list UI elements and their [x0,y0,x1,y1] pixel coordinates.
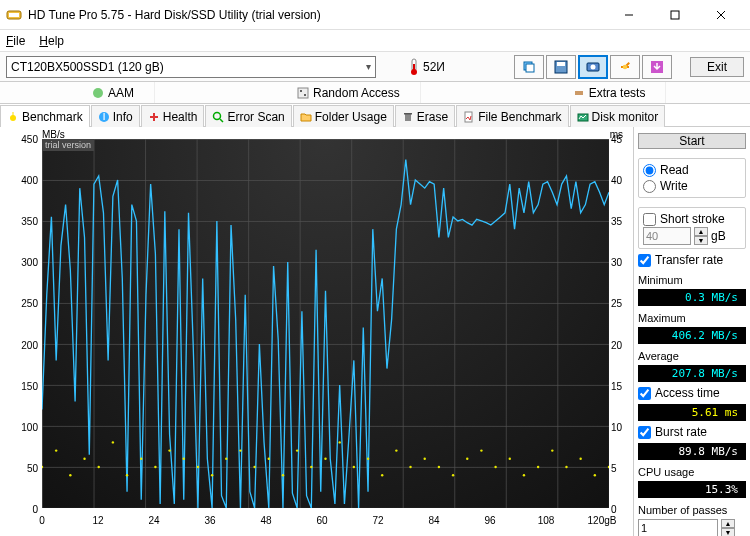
svg-point-53 [282,474,284,476]
svg-point-44 [154,466,156,468]
checkbox-transfer[interactable]: Transfer rate [638,252,746,268]
passes-up[interactable]: ▲ [721,519,735,528]
svg-rect-20 [298,88,308,98]
svg-point-36 [42,466,43,468]
max-label: Maximum [638,312,746,324]
window-title: HD Tune Pro 5.75 - Hard Disk/SSD Utility… [28,8,606,22]
save-button[interactable] [546,55,576,79]
tab-filebm[interactable]: File Benchmark [456,105,568,127]
svg-rect-10 [526,64,534,72]
close-button[interactable] [698,0,744,30]
avg-label: Average [638,350,746,362]
svg-point-37 [55,449,57,451]
chart-area: MB/s ms trial version 450400350300250200… [0,127,634,536]
passes-input[interactable] [638,519,718,536]
min-label: Minimum [638,274,746,286]
svg-point-72 [551,449,553,451]
svg-point-46 [183,458,185,460]
radio-write[interactable]: Write [643,178,741,194]
avg-value: 207.8 MB/s [638,365,746,382]
svg-point-30 [214,112,221,119]
mode-group: Read Write [638,158,746,198]
spin-up[interactable]: ▲ [694,227,708,236]
svg-rect-25 [13,112,14,116]
menu-file[interactable]: File [6,34,25,48]
svg-rect-29 [150,116,158,118]
copy-button[interactable] [514,55,544,79]
svg-point-67 [480,449,482,451]
svg-point-55 [310,466,312,468]
maximize-button[interactable] [652,0,698,30]
svg-point-66 [466,458,468,460]
svg-point-48 [211,474,213,476]
svg-point-39 [83,458,85,460]
svg-point-45 [168,449,170,451]
svg-point-74 [579,458,581,460]
tab-health[interactable]: Health [141,105,205,127]
svg-point-40 [97,466,99,468]
gb-label: gB [711,229,726,243]
svg-point-51 [253,466,255,468]
svg-point-38 [69,474,71,476]
svg-rect-1 [9,13,19,17]
svg-point-61 [395,449,397,451]
svg-point-68 [494,466,496,468]
tabs: Benchmark iInfo Health Error Scan Folder… [0,104,750,126]
menubar: File Help [0,30,750,52]
subtabs: AAM Random Access Extra tests [0,82,750,104]
access-value: 5.61 ms [638,404,746,421]
svg-point-17 [623,64,628,69]
settings-button[interactable] [610,55,640,79]
svg-point-65 [452,474,454,476]
svg-point-54 [296,449,298,451]
checkbox-access[interactable]: Access time [638,385,746,401]
svg-point-57 [338,441,340,443]
svg-point-49 [225,458,227,460]
passes-down[interactable]: ▼ [721,528,735,536]
tab-erase[interactable]: Erase [395,105,455,127]
tab-benchmark[interactable]: Benchmark [0,105,90,127]
tab-folder[interactable]: Folder Usage [293,105,394,127]
svg-point-41 [112,441,114,443]
toolbar: CT120BX500SSD1 (120 gB) ▾ 52И Exit [0,52,750,82]
screenshot-button[interactable] [578,55,608,79]
download-button[interactable] [642,55,672,79]
svg-point-69 [509,458,511,460]
svg-point-62 [409,466,411,468]
minimize-button[interactable] [606,0,652,30]
svg-point-63 [424,458,426,460]
temperature-display: 52И [408,58,445,76]
radio-read[interactable]: Read [643,162,741,178]
checkbox-burst[interactable]: Burst rate [638,424,746,440]
titlebar: HD Tune Pro 5.75 - Hard Disk/SSD Utility… [0,0,750,30]
subtab-extra[interactable]: Extra tests [561,82,667,103]
device-select[interactable]: CT120BX500SSD1 (120 gB) ▾ [6,56,376,78]
thermometer-icon [408,58,420,76]
svg-point-56 [324,458,326,460]
svg-point-70 [523,474,525,476]
spin-down[interactable]: ▼ [694,236,708,245]
svg-point-50 [239,449,241,451]
tab-error[interactable]: Error Scan [205,105,291,127]
chevron-down-icon: ▾ [366,61,371,72]
subtab-random[interactable]: Random Access [285,82,421,103]
exit-button[interactable]: Exit [690,57,744,77]
menu-help[interactable]: Help [39,34,64,48]
passes-label: Number of passes [638,504,746,516]
svg-point-75 [594,474,596,476]
svg-point-43 [140,458,142,460]
svg-point-14 [590,64,595,69]
subtab-aam[interactable]: AAM [80,82,155,103]
svg-rect-23 [575,91,583,95]
start-button[interactable]: Start [638,133,746,149]
temperature-value: 52И [423,60,445,74]
tab-info[interactable]: iInfo [91,105,140,127]
side-panel: Start Read Write Short stroke ▲▼ gB Tran… [634,127,750,536]
svg-rect-32 [405,114,411,121]
shortstroke-input[interactable] [643,227,691,245]
svg-rect-33 [404,113,412,115]
svg-point-58 [353,466,355,468]
svg-point-42 [126,474,128,476]
tab-disk[interactable]: Disk monitor [570,105,666,127]
checkbox-shortstroke[interactable]: Short stroke [643,211,741,227]
